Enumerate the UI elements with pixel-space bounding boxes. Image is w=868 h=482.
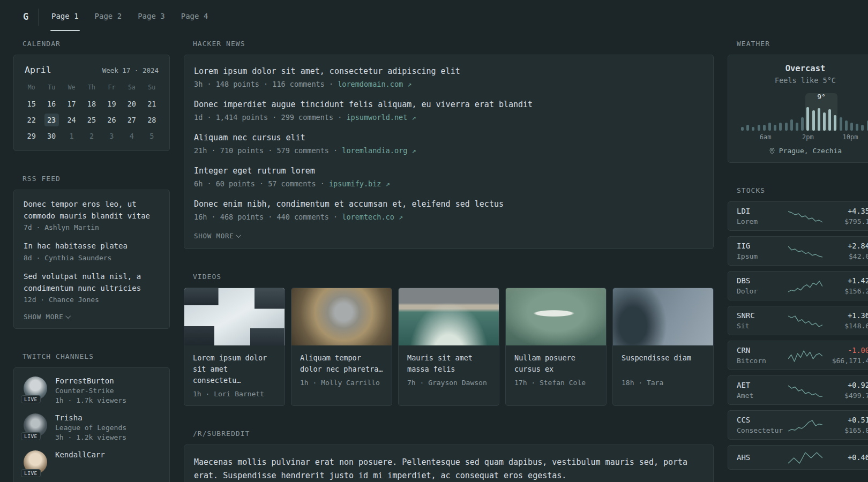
hn-item-domain-link[interactable]: loremlandia.org ↗	[342, 146, 416, 155]
twitch-channel[interactable]: LIVEKendallCarr	[24, 450, 160, 474]
right-column: WEATHER Overcast Feels like 5°C 9° 6am2p…	[728, 40, 868, 482]
nav-divider	[38, 9, 39, 26]
video-thumbnail[interactable]	[184, 288, 285, 345]
video-thumbnail[interactable]	[613, 288, 713, 345]
weather-bars	[741, 104, 868, 131]
weather-condition: Overcast	[738, 64, 868, 73]
stock-value-block: +1.36%$148.64	[822, 311, 868, 330]
stock-value-block: +2.84%$42.04	[822, 242, 868, 260]
stock-sparkline	[788, 279, 822, 293]
rss-item-title[interactable]: In hac habitasse platea	[24, 240, 160, 252]
hn-item: Donec enim nibh, condimentum et accumsan…	[194, 199, 704, 221]
subreddit-widget: Maecenas mollis pulvinar erat non posuer…	[184, 445, 714, 482]
tab-page-4[interactable]: Page 4	[180, 0, 209, 33]
weather-bar	[845, 120, 848, 131]
twitch-list: LIVEForrestBurtonCounter-Strike1h · 1.7k…	[24, 376, 160, 474]
stock-sparkline	[788, 349, 822, 363]
hn-item-meta: 21h · 710 points · 579 comments · loreml…	[194, 146, 704, 155]
rss-item-title[interactable]: Donec tempor eros leo, ut commodo mauris…	[24, 199, 160, 222]
twitch-channel-name[interactable]: Trisha	[55, 413, 126, 422]
video-title[interactable]: Mauris sit amet massa felis	[407, 352, 490, 375]
video-card[interactable]: Aliquam tempor dolor nec pharetra…1h · M…	[291, 288, 392, 406]
calendar-day-number: 20	[124, 97, 139, 110]
hn-show-more-button[interactable]: SHOW MORE	[194, 232, 704, 240]
hn-item: Donec imperdiet augue tincidunt felis al…	[194, 99, 704, 122]
stock-row[interactable]: DBSDolor+1.42%$156.28	[728, 271, 868, 300]
stock-row[interactable]: SNRCSit+1.36%$148.64	[728, 306, 868, 335]
hn-item-title[interactable]: Donec enim nibh, condimentum et accumsan…	[194, 199, 704, 210]
twitch-channel-meta: 3h · 1.2k viewers	[55, 433, 126, 441]
video-thumbnail[interactable]	[291, 288, 392, 345]
video-title[interactable]: Aliquam tempor dolor nec pharetra…	[300, 352, 383, 375]
video-meta: 18h · Tara	[622, 379, 705, 387]
stock-change: +0.51%	[822, 416, 868, 424]
video-card[interactable]: Nullam posuere cursus ex17h · Stefan Col…	[505, 288, 607, 406]
twitch-section-title: TWITCH CHANNELS	[23, 352, 170, 360]
hn-item-domain-link[interactable]: ipsumworld.net ↗	[346, 113, 416, 122]
chevron-down-icon	[66, 314, 71, 319]
hn-item-domain-link[interactable]: loremdomain.com ↗	[338, 80, 411, 88]
stock-row[interactable]: CRNBitcorn-1.00%$66,171.48	[728, 341, 868, 370]
calendar-day-number: 2	[84, 130, 99, 142]
twitch-channel-info: ForrestBurtonCounter-Strike1h · 1.7k vie…	[55, 376, 126, 404]
stock-row[interactable]: AETAmet+0.92%$499.72	[728, 375, 868, 405]
hn-item-title[interactable]: Lorem ipsum dolor sit amet, consectetur …	[194, 66, 704, 77]
rss-show-more-button[interactable]: SHOW MORE	[24, 313, 160, 321]
video-title[interactable]: Lorem ipsum dolor sit amet consectetu…	[193, 352, 276, 386]
calendar-weekday: Tu	[41, 79, 61, 96]
twitch-channel-name[interactable]: KendallCarr	[55, 450, 105, 459]
weather-bar	[796, 123, 798, 131]
twitch-channel-game: Counter-Strike	[55, 387, 126, 395]
app-logo[interactable]: G	[13, 0, 38, 33]
stock-name: Amet	[737, 391, 788, 400]
calendar-day-number: 17	[64, 97, 79, 110]
hn-list: Lorem ipsum dolor sit amet, consectetur …	[194, 66, 704, 221]
calendar-section-title: CALENDAR	[23, 40, 170, 48]
stock-row[interactable]: LDILorem+4.35%$795.18	[728, 201, 868, 231]
twitch-channel-name[interactable]: ForrestBurton	[55, 376, 126, 385]
subreddit-section: /R/SUBREDDIT Maecenas mollis pulvinar er…	[184, 430, 714, 482]
chevron-down-icon	[236, 232, 242, 238]
stock-sparkline	[788, 383, 822, 397]
stock-price: $165.84	[822, 426, 868, 434]
twitch-channel[interactable]: LIVEForrestBurtonCounter-Strike1h · 1.7k…	[24, 376, 160, 404]
calendar-grid: MoTuWeThFrSaSu15161718192021222324252627…	[21, 79, 162, 144]
external-link-icon: ↗	[411, 146, 416, 155]
video-card[interactable]: Lorem ipsum dolor sit amet consectetu…1h…	[184, 288, 285, 406]
hn-item-title[interactable]: Aliquam nec cursus elit	[194, 132, 704, 144]
rss-item-title[interactable]: Sed volutpat nulla nisl, a condimentum n…	[24, 271, 160, 294]
tab-page-2[interactable]: Page 2	[94, 0, 123, 33]
stock-row[interactable]: AHS+0.46%	[728, 445, 868, 470]
video-title[interactable]: Suspendisse diam	[622, 352, 705, 375]
twitch-channel[interactable]: LIVETrishaLeague of Legends3h · 1.2k vie…	[24, 413, 160, 441]
video-thumbnail[interactable]	[399, 288, 499, 345]
video-title[interactable]: Nullam posuere cursus ex	[514, 352, 597, 375]
stock-row[interactable]: IIGIpsum+2.84%$42.04	[728, 236, 868, 266]
video-card[interactable]: Mauris sit amet massa felis7h · Grayson …	[398, 288, 499, 406]
stock-change: +0.46%	[822, 453, 868, 462]
subreddit-post-title[interactable]: Maecenas mollis pulvinar erat non posuer…	[194, 456, 704, 482]
hn-item-domain-link[interactable]: ipsumify.biz ↗	[329, 179, 390, 188]
video-card-body: Aliquam tempor dolor nec pharetra…1h · M…	[291, 345, 392, 394]
video-meta: 7h · Grayson Dawson	[407, 379, 490, 387]
video-thumbnail[interactable]	[506, 288, 606, 345]
hn-item-title[interactable]: Donec imperdiet augue tincidunt felis al…	[194, 99, 704, 110]
calendar-day: 29	[21, 128, 41, 144]
stock-price: $795.18	[822, 217, 868, 225]
calendar-day: 2	[81, 128, 101, 144]
stock-symbol: DBS	[737, 276, 788, 285]
stock-row[interactable]: CCSConsectetur+0.51%$165.84	[728, 410, 868, 440]
hn-item-meta: 16h · 468 points · 440 comments · loremt…	[194, 213, 704, 221]
calendar-day-number: 19	[104, 97, 119, 110]
calendar-weekday: Fr	[102, 79, 122, 96]
hn-item-title[interactable]: Integer eget rutrum lorem	[194, 165, 704, 177]
hn-item-domain-link[interactable]: loremtech.co ↗	[342, 213, 403, 221]
rss-item-meta: 7d · Ashlyn Martin	[24, 223, 160, 231]
stock-symbol-block: AHS	[737, 453, 788, 462]
twitch-channel-info: TrishaLeague of Legends3h · 1.2k viewers	[55, 413, 126, 441]
stock-value-block: +0.51%$165.84	[822, 416, 868, 434]
calendar-day-number: 25	[84, 114, 99, 126]
tab-page-1[interactable]: Page 1	[50, 0, 80, 33]
tab-page-3[interactable]: Page 3	[137, 0, 166, 33]
video-card[interactable]: Suspendisse diam18h · Tara	[612, 288, 714, 406]
